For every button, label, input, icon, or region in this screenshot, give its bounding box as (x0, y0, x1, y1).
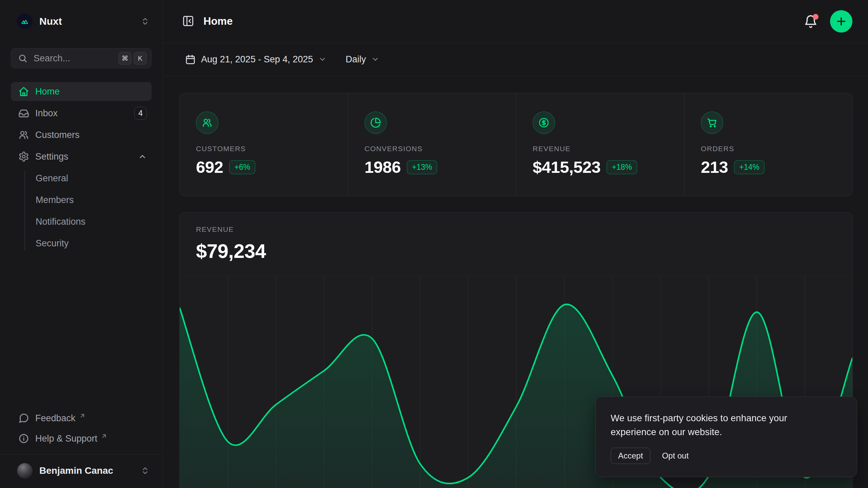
kbd-k: K (134, 52, 147, 65)
toolbar: Aug 21, 2025 - Sep 4, 2025 Daily (163, 43, 868, 76)
panel-left-close-icon (182, 15, 194, 27)
cookie-banner: We use first-party cookies to enhance yo… (595, 396, 857, 477)
granularity-label: Daily (346, 54, 366, 65)
stat-value: $415,523 (533, 158, 600, 177)
date-range-label: Aug 21, 2025 - Sep 4, 2025 (201, 54, 313, 65)
sidebar-item-label: Feedback (35, 413, 76, 424)
chevron-down-icon (371, 55, 379, 63)
notifications-button[interactable] (804, 14, 818, 28)
search-kbd-group: ⌘K (118, 52, 147, 65)
circle-dollar-icon (538, 117, 549, 128)
users-icon (18, 129, 29, 140)
chevron-down-icon (318, 55, 327, 63)
add-button[interactable] (830, 10, 852, 33)
sidebar-item-members[interactable]: Members (11, 190, 152, 209)
sidebar-item-label: Security (36, 238, 69, 249)
team-selector[interactable]: Nuxt (11, 10, 152, 33)
settings-subnav: General Members Notifications Security (11, 169, 152, 256)
chevrons-up-down-icon (141, 17, 150, 26)
stat-card-customers[interactable]: CUSTOMERS 692 +6% (180, 93, 348, 196)
sidebar-footer: Feedback Help & Support (11, 409, 152, 450)
home-icon (18, 86, 29, 97)
sidebar-item-feedback[interactable]: Feedback (11, 409, 152, 427)
shopping-cart-icon (707, 117, 717, 128)
sidebar-item-label: Notifications (36, 217, 85, 227)
sidebar-item-notifications[interactable]: Notifications (11, 212, 152, 231)
external-link-icon (79, 412, 86, 419)
stat-value: 213 (701, 158, 728, 177)
sidebar-item-label: Members (36, 195, 74, 205)
search-input[interactable]: Search... ⌘K (11, 48, 152, 68)
sidebar-item-inbox[interactable]: Inbox 4 (11, 104, 152, 123)
message-circle-icon (18, 413, 29, 424)
header: Home (163, 0, 868, 43)
stat-delta-badge: +18% (607, 160, 637, 174)
stat-card-revenue[interactable]: REVENUE $415,523 +18% (516, 93, 684, 196)
sidebar-item-label: Settings (35, 151, 68, 162)
stat-icon-badge (196, 111, 218, 134)
pie-chart-icon (370, 117, 381, 128)
kbd-cmd: ⌘ (118, 52, 132, 65)
stat-delta-badge: +6% (229, 160, 255, 174)
granularity-select[interactable]: Daily (346, 54, 379, 65)
sidebar-nav: Home Inbox 4 Customers Settings General … (11, 82, 152, 256)
opt-out-button[interactable]: Opt out (660, 448, 690, 464)
sidebar-item-home[interactable]: Home (11, 82, 152, 101)
inbox-icon (18, 108, 29, 119)
team-name: Nuxt (39, 16, 134, 27)
stat-label: CUSTOMERS (196, 145, 332, 153)
stat-card-conversions[interactable]: CONVERSIONS 1986 +13% (348, 93, 516, 196)
stat-icon-badge (364, 111, 387, 134)
sidebar-item-label: Help & Support (35, 433, 97, 444)
user-avatar (17, 463, 33, 479)
revenue-chart-value: $79,234 (196, 240, 836, 262)
sidebar-item-label: General (36, 173, 68, 184)
revenue-chart-label: REVENUE (196, 225, 836, 233)
search-icon (18, 54, 27, 63)
stats-panel: CUSTOMERS 692 +6% CONVERSIONS 1986 +13% (179, 93, 853, 196)
sidebar: Nuxt Search... ⌘K Home Inbox 4 Customers (0, 0, 163, 488)
cookie-actions: Accept Opt out (611, 448, 842, 464)
revenue-chart-header: REVENUE $79,234 (180, 212, 852, 262)
external-link-icon (101, 433, 107, 440)
search-placeholder: Search... (34, 53, 112, 64)
user-menu[interactable]: Benjamin Canac (11, 455, 152, 488)
notification-dot (813, 14, 818, 20)
sidebar-item-help-support[interactable]: Help & Support (11, 429, 152, 448)
plus-icon (835, 15, 847, 27)
gear-icon (18, 151, 29, 162)
cookie-message: We use first-party cookies to enhance yo… (611, 411, 824, 439)
stat-label: ORDERS (701, 145, 836, 153)
users-icon (202, 117, 213, 128)
date-range-picker[interactable]: Aug 21, 2025 - Sep 4, 2025 (185, 54, 327, 65)
stat-delta-badge: +13% (407, 160, 437, 174)
accept-button[interactable]: Accept (611, 448, 650, 464)
inbox-count-badge: 4 (134, 107, 147, 120)
sidebar-item-settings[interactable]: Settings (11, 147, 152, 166)
sidebar-item-customers[interactable]: Customers (11, 125, 152, 144)
sidebar-item-label: Inbox (35, 108, 58, 119)
stat-label: REVENUE (533, 145, 668, 153)
page-title: Home (203, 15, 233, 27)
stat-icon-badge (701, 111, 723, 134)
chevron-up-icon (138, 152, 147, 161)
stat-label: CONVERSIONS (364, 145, 500, 153)
stat-delta-badge: +14% (734, 160, 764, 174)
stat-icon-badge (533, 111, 555, 134)
nuxt-logo-icon (17, 14, 33, 29)
sidebar-item-label: Customers (35, 130, 80, 140)
chevrons-up-down-icon (141, 466, 150, 475)
sidebar-collapse-button[interactable] (182, 15, 195, 28)
calendar-icon (185, 54, 196, 65)
user-name: Benjamin Canac (39, 465, 134, 476)
stat-value: 692 (196, 158, 223, 177)
header-actions (804, 10, 852, 33)
sidebar-item-label: Home (35, 86, 60, 97)
sidebar-spacer (11, 256, 152, 409)
sidebar-item-general[interactable]: General (11, 169, 152, 188)
stat-card-orders[interactable]: ORDERS 213 +14% (684, 93, 852, 196)
stat-value: 1986 (364, 158, 401, 177)
info-circle-icon (18, 433, 29, 444)
sidebar-item-security[interactable]: Security (11, 234, 152, 253)
